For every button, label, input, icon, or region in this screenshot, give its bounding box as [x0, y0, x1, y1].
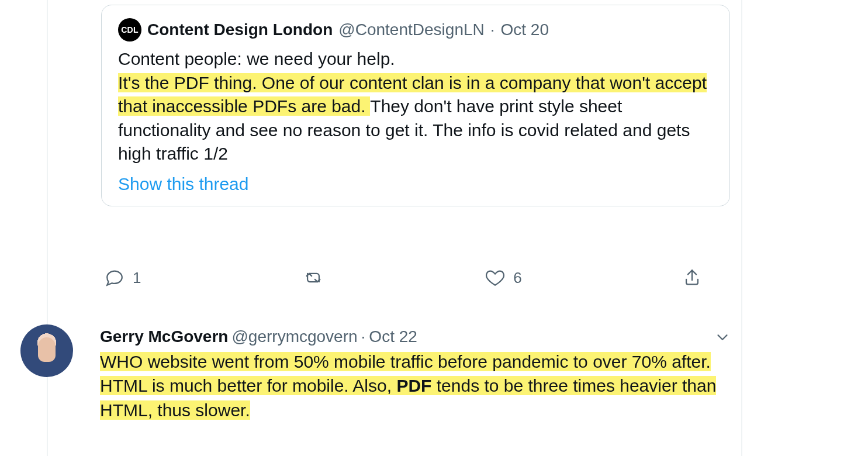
tweet-avatar[interactable] [20, 324, 73, 377]
tweet-author-name[interactable]: Gerry McGovern [100, 327, 228, 346]
share-icon [682, 268, 702, 288]
tweet-author-handle[interactable]: @gerrymcgovern [231, 327, 357, 346]
reply-count: 1 [133, 269, 141, 287]
tweet-date[interactable]: Oct 22 [369, 327, 417, 346]
share-button[interactable] [682, 268, 702, 288]
chevron-down-icon [714, 329, 731, 346]
show-thread-link[interactable]: Show this thread [118, 174, 248, 194]
tweet-date-sep: · [361, 327, 366, 346]
tweet-body-bold: PDF [396, 376, 431, 395]
tweet[interactable]: Gerry McGovern @gerrymcgovern · Oct 22 W… [100, 327, 731, 422]
column-divider-left [47, 0, 48, 456]
quoted-tweet-author-name[interactable]: Content Design London [147, 20, 333, 39]
quoted-tweet-avatar[interactable]: CDL [118, 18, 141, 42]
quoted-tweet-date-sep: · [490, 20, 495, 39]
timeline-fragment: CDL Content Design London @ContentDesign… [0, 0, 868, 456]
retweet-button[interactable] [302, 268, 325, 288]
quoted-tweet-body: Content people: we need your help. It's … [118, 47, 713, 166]
like-count: 6 [513, 269, 521, 287]
retweet-icon [302, 268, 325, 288]
like-button[interactable]: 6 [485, 268, 521, 288]
tweet-caret-button[interactable] [714, 329, 731, 350]
quoted-tweet-header: CDL Content Design London @ContentDesign… [118, 18, 713, 42]
tweet-body: WHO website went from 50% mobile traffic… [100, 350, 731, 422]
quoted-tweet-line1: Content people: we need your help. [118, 49, 395, 68]
quoted-tweet-card[interactable]: CDL Content Design London @ContentDesign… [101, 5, 730, 206]
tweet-action-bar: 1 6 [101, 268, 730, 288]
reply-button[interactable]: 1 [105, 268, 141, 288]
tweet-header: Gerry McGovern @gerrymcgovern · Oct 22 [100, 327, 731, 346]
quoted-tweet-date[interactable]: Oct 20 [501, 20, 549, 39]
reply-icon [105, 268, 125, 288]
quoted-tweet-author-handle[interactable]: @ContentDesignLN [338, 20, 484, 39]
column-divider-right [741, 0, 742, 456]
heart-icon [485, 268, 505, 288]
